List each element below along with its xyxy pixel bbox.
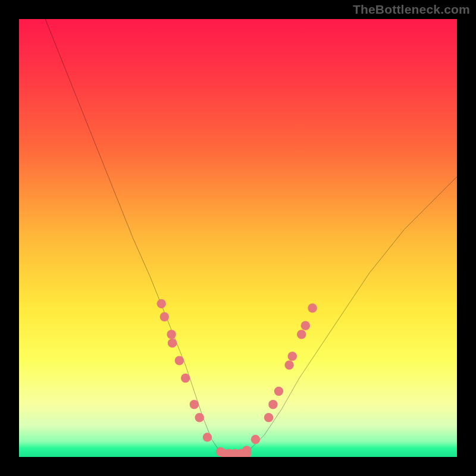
data-marker — [195, 413, 204, 422]
data-marker — [264, 413, 273, 422]
markers-right-branch — [242, 303, 317, 455]
data-marker — [288, 352, 297, 361]
data-marker — [251, 435, 260, 444]
bottleneck-curve — [45, 19, 457, 457]
plot-area — [19, 19, 457, 457]
data-marker — [167, 330, 176, 339]
data-marker — [160, 312, 169, 321]
data-marker — [175, 356, 184, 365]
chart-frame: TheBottleneck.com — [0, 0, 476, 476]
data-marker — [156, 299, 165, 308]
markers-bottom-band — [220, 449, 252, 457]
data-marker — [268, 400, 277, 409]
data-marker — [274, 387, 283, 396]
data-marker — [190, 400, 199, 409]
curve-layer — [19, 19, 457, 457]
data-marker — [203, 433, 212, 441]
data-marker — [297, 330, 306, 339]
data-marker — [284, 361, 293, 369]
data-marker — [181, 374, 190, 383]
data-marker — [168, 339, 177, 347]
data-marker — [301, 321, 310, 330]
watermark-text: TheBottleneck.com — [353, 2, 470, 17]
data-marker — [308, 303, 317, 312]
markers-left-branch — [156, 299, 225, 456]
